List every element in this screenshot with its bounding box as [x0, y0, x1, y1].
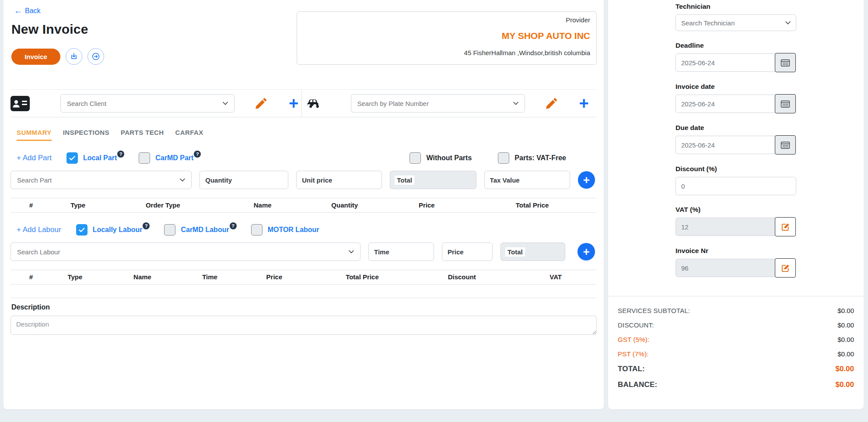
- services-subtotal-row: SERVICES SUBTOTAL: $0.00: [618, 303, 854, 318]
- technician-select[interactable]: Search Technician: [676, 14, 796, 31]
- part-unit-price-input[interactable]: [296, 171, 382, 189]
- without-parts-checkbox[interactable]: [410, 152, 421, 164]
- invoice-date-input[interactable]: [676, 95, 775, 113]
- labour-col-type: Type: [52, 273, 98, 281]
- add-labour-row: + Add Labour Locally Labour? CarMD Labou…: [17, 224, 597, 236]
- help-icon[interactable]: ?: [230, 222, 237, 229]
- due-date-input-group: [676, 136, 796, 155]
- add-vehicle-button[interactable]: +: [579, 97, 589, 110]
- invoice-nr-input-group: [676, 259, 796, 278]
- labour-col-time: Time: [186, 273, 233, 281]
- parts-col-quantity: Quantity: [304, 201, 386, 209]
- due-date-input[interactable]: [676, 136, 775, 154]
- add-part-submit-button[interactable]: +: [578, 171, 595, 189]
- deadline-field: Deadline: [676, 42, 796, 72]
- back-label: Back: [25, 7, 41, 15]
- back-link[interactable]: ←Back: [14, 6, 41, 16]
- labour-total-field: Total: [500, 243, 565, 261]
- add-labour-submit-button[interactable]: +: [578, 243, 595, 260]
- tab-carfax[interactable]: CARFAX: [175, 129, 203, 141]
- due-date-calendar-button[interactable]: [775, 135, 796, 155]
- motor-labour-checkbox[interactable]: [251, 224, 262, 236]
- provider-label: Provider: [303, 16, 590, 24]
- edit-vehicle-button[interactable]: [545, 97, 558, 110]
- vat-field: VAT (%): [676, 206, 796, 236]
- total-label: TOTAL:: [618, 365, 645, 373]
- edit-client-button[interactable]: [255, 97, 268, 110]
- search-labour-select[interactable]: Search Labour: [10, 243, 360, 261]
- invoice-date-input-group: [676, 95, 796, 113]
- part-quantity-input[interactable]: [200, 171, 288, 189]
- local-part-checkbox[interactable]: [66, 152, 78, 164]
- description-label: Description: [11, 303, 597, 311]
- discount-total-row: DISCOUNT: $0.00: [618, 318, 854, 332]
- technician-placeholder: Search Technician: [681, 19, 735, 27]
- vat-label: VAT (%): [676, 206, 796, 214]
- client-cell: Search Client +: [10, 90, 301, 117]
- contact-card-icon: [10, 96, 30, 111]
- save-invoice-button[interactable]: [66, 48, 82, 65]
- carmd-labour-checkbox-group: CarMD Labour?: [164, 224, 236, 236]
- search-client-select[interactable]: Search Client: [60, 94, 234, 113]
- add-client-button[interactable]: +: [289, 97, 298, 110]
- carmd-labour-checkbox[interactable]: [164, 224, 175, 236]
- arrow-right-circle-icon: [92, 53, 100, 60]
- chevron-down-icon: [785, 21, 791, 25]
- discount-input[interactable]: [676, 177, 796, 195]
- search-plate-select[interactable]: Search by Plate Number: [351, 94, 525, 113]
- edit-icon: [781, 223, 790, 231]
- labour-col-name: Name: [98, 273, 186, 281]
- page-title: New Invoice: [11, 22, 104, 37]
- part-tax-value-input[interactable]: [484, 171, 570, 189]
- part-entry-row: Search Part Total +: [10, 171, 597, 189]
- gst-row: GST (5%): $0.00: [618, 332, 854, 347]
- without-parts-checkbox-group: Without Parts: [410, 152, 472, 164]
- carmd-part-checkbox[interactable]: [139, 152, 150, 164]
- locally-labour-checkbox[interactable]: [76, 224, 88, 236]
- pencil-icon: [545, 97, 558, 110]
- invoice-main-panel: ←Back New Invoice Invoice: [4, 0, 604, 409]
- deadline-input[interactable]: [676, 53, 775, 72]
- search-client-placeholder: Search Client: [67, 100, 106, 107]
- local-part-checkbox-group: Local Part?: [66, 152, 124, 164]
- help-icon[interactable]: ?: [143, 222, 150, 229]
- search-part-select[interactable]: Search Part: [10, 171, 192, 189]
- invoice-date-calendar-button[interactable]: [775, 94, 796, 113]
- labour-table-header: # Type Name Time Price Total Price Disco…: [10, 270, 597, 285]
- vat-edit-button[interactable]: [775, 217, 796, 236]
- invoice-button[interactable]: Invoice: [11, 49, 60, 65]
- labour-time-input[interactable]: [368, 243, 434, 261]
- forward-invoice-button[interactable]: [88, 48, 104, 65]
- calendar-icon: [780, 100, 790, 108]
- help-icon[interactable]: ?: [194, 151, 201, 158]
- parts-col-name: Name: [221, 201, 304, 209]
- car-icon: [306, 97, 322, 109]
- help-icon[interactable]: ?: [117, 151, 124, 158]
- tab-summary[interactable]: SUMMARY: [17, 129, 52, 141]
- total-value: $0.00: [835, 365, 854, 373]
- add-part-link[interactable]: + Add Part: [17, 154, 52, 162]
- tab-parts-tech[interactable]: PARTS TECH: [121, 129, 164, 141]
- invoice-nr-input: [676, 259, 775, 277]
- discount-total-value: $0.00: [837, 321, 854, 329]
- motor-labour-checkbox-group: MOTOR Labour: [251, 224, 319, 236]
- save-icon: [70, 53, 78, 60]
- technician-label: Technician: [676, 3, 796, 11]
- locally-labour-checkbox-group: Locally Labour?: [76, 224, 150, 236]
- vehicle-cell: Search by Plate Number +: [301, 90, 597, 117]
- invoice-nr-edit-button[interactable]: [775, 258, 796, 278]
- labour-col-vat: VAT: [514, 273, 597, 281]
- pst-row: PST (7%): $0.00: [618, 347, 854, 361]
- vat-free-checkbox[interactable]: [498, 152, 509, 164]
- tab-inspections[interactable]: INSPECTIONS: [63, 129, 109, 141]
- services-subtotal-value: $0.00: [837, 307, 854, 314]
- deadline-calendar-button[interactable]: [775, 53, 796, 72]
- vat-input-group: [676, 218, 796, 236]
- labour-price-input[interactable]: [442, 243, 493, 261]
- add-labour-link[interactable]: + Add Labour: [17, 225, 61, 234]
- invoice-date-label: Invoice date: [676, 83, 796, 91]
- invoice-date-field: Invoice date: [676, 83, 796, 113]
- labour-col-total-price: Total Price: [315, 273, 409, 281]
- description-textarea[interactable]: [10, 316, 597, 335]
- invoice-side-panel: Technician Search Technician Deadline: [608, 0, 864, 409]
